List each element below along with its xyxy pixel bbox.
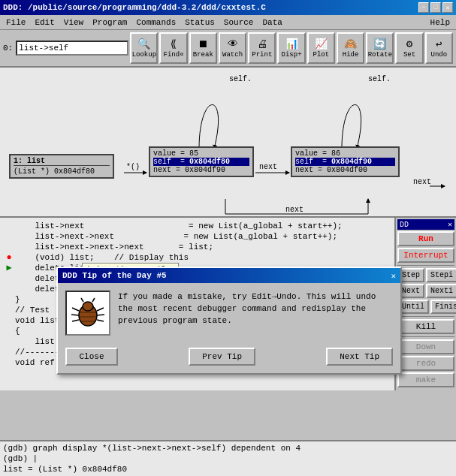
graph-arrows: self. self. *() next next next bbox=[0, 68, 456, 216]
menu-data[interactable]: Data bbox=[258, 17, 286, 29]
lookup-button[interactable]: 🔍 Lookup bbox=[130, 32, 158, 64]
dialog-message: If you made a mistake, try Edit→Undo. Th… bbox=[118, 291, 393, 327]
next-tip-button[interactable]: Next Tip bbox=[326, 348, 393, 366]
next-row: Next Nexti bbox=[397, 284, 454, 298]
close-button[interactable]: ✕ bbox=[442, 2, 453, 13]
svg-point-13 bbox=[83, 302, 93, 311]
current-line-icon: ▶ bbox=[6, 263, 11, 273]
svg-text:self.: self. bbox=[229, 75, 252, 83]
window-title: DDD: /public/source/programming/ddd-3.2/… bbox=[3, 3, 266, 12]
panel-separator-2 bbox=[397, 316, 454, 317]
prev-tip-button[interactable]: Prev Tip bbox=[189, 348, 255, 366]
rotate-button[interactable]: 🔄 Rotate bbox=[366, 32, 394, 64]
set-icon: ⚙ bbox=[406, 38, 412, 50]
break-button[interactable]: ⏹ Break bbox=[189, 32, 217, 64]
menu-view[interactable]: View bbox=[59, 17, 88, 29]
nexti-button[interactable]: Nexti bbox=[426, 284, 456, 298]
kill-button[interactable]: Kill bbox=[397, 319, 454, 334]
set-button[interactable]: ⚙ Set bbox=[395, 32, 423, 64]
status-line-2: (gdb) | bbox=[3, 453, 453, 464]
dialog-buttons: Close Prev Tip Next Tip bbox=[58, 343, 400, 373]
disp-button[interactable]: 📊 Disp+ bbox=[277, 32, 305, 64]
panel-separator bbox=[397, 265, 454, 266]
status-line-3: list = (List *) 0x804df80 bbox=[3, 464, 453, 474]
title-bar: DDD: /public/source/programming/ddd-3.2/… bbox=[0, 0, 456, 15]
right-panel: DD ✕ Run Interrupt Step Stepi Next Nexti… bbox=[396, 218, 456, 390]
plot-button[interactable]: 📈 Plot bbox=[307, 32, 335, 64]
node2-next: next = 0x804df90 bbox=[153, 166, 249, 174]
undo-button[interactable]: ↩ Undo bbox=[425, 32, 453, 64]
code-line-stop: ● (void) list; // Display this bbox=[3, 252, 391, 263]
lookup-label: Lookup bbox=[132, 51, 156, 59]
arrow-gutter: ▶ bbox=[3, 263, 15, 273]
stop-gutter: ● bbox=[3, 252, 15, 263]
dialog-close-icon[interactable]: ✕ bbox=[391, 271, 396, 281]
menu-help[interactable]: Help bbox=[426, 17, 454, 29]
find-icon: ⟪ bbox=[171, 38, 177, 50]
svg-line-18 bbox=[97, 315, 104, 315]
make-button[interactable]: make bbox=[397, 372, 454, 387]
interrupt-button[interactable]: Interrupt bbox=[397, 248, 454, 263]
close-dialog-button[interactable]: Close bbox=[65, 348, 118, 366]
graph-area[interactable]: self. self. *() next next next 1: list (… bbox=[0, 68, 456, 218]
svg-text:next: next bbox=[285, 206, 303, 214]
svg-text:*(): *() bbox=[126, 163, 140, 171]
node1-title: 1: list bbox=[14, 157, 110, 166]
stepi-button[interactable]: Stepi bbox=[426, 268, 456, 282]
finish-button[interactable]: Finish bbox=[430, 300, 456, 314]
code-line: list->next = new List(a_global + start++… bbox=[3, 221, 391, 231]
svg-text:self.: self. bbox=[368, 75, 391, 83]
menu-source[interactable]: Source bbox=[219, 17, 258, 29]
right-panel-label: DD bbox=[400, 221, 409, 229]
hide-button[interactable]: 🙈 Hide bbox=[337, 32, 364, 64]
command-input[interactable] bbox=[16, 41, 128, 56]
watch-label: Watch bbox=[222, 51, 243, 59]
disp-label: Disp+ bbox=[282, 51, 302, 59]
until-button[interactable]: Until bbox=[397, 300, 429, 314]
menu-bar: File Edit View Program Commands Status S… bbox=[0, 15, 456, 30]
toolbar: 0: 🔍 Lookup ⟪ Find« ⏹ Break 👁 Watch 🖨 Pr… bbox=[0, 30, 456, 68]
menu-edit[interactable]: Edit bbox=[30, 17, 59, 29]
panel-separator-3 bbox=[397, 336, 454, 337]
right-panel-title: DD ✕ bbox=[397, 219, 454, 230]
code-line: list->next->next = new List(a_global + s… bbox=[3, 231, 391, 242]
plot-icon: 📈 bbox=[315, 38, 328, 50]
lookup-icon: 🔍 bbox=[137, 38, 150, 50]
run-button[interactable]: Run bbox=[397, 231, 454, 246]
print-button[interactable]: 🖨 Print bbox=[248, 32, 276, 64]
undo-icon: ↩ bbox=[436, 38, 442, 50]
code-line: list->next->next->next = list; bbox=[3, 242, 391, 252]
redo-button[interactable]: redo bbox=[397, 356, 454, 371]
graph-node-1[interactable]: 1: list (List *) 0x804df80 bbox=[9, 154, 114, 179]
menu-program[interactable]: Program bbox=[88, 17, 131, 29]
svg-line-15 bbox=[71, 315, 79, 315]
menu-file[interactable]: File bbox=[2, 17, 30, 29]
input-label: 0: bbox=[3, 44, 13, 53]
command-input-group: 0: bbox=[3, 41, 128, 56]
dialog-bug-icon bbox=[65, 291, 110, 336]
status-line-1: (gdb) graph display *(list->next->next->… bbox=[3, 443, 453, 453]
svg-text:next: next bbox=[413, 178, 431, 186]
find-button[interactable]: ⟪ Find« bbox=[159, 32, 187, 64]
hide-icon: 🙈 bbox=[344, 38, 357, 50]
svg-line-20 bbox=[81, 298, 83, 302]
watch-button[interactable]: 👁 Watch bbox=[219, 32, 246, 64]
graph-node-2[interactable]: value = 85 self = 0x804df80 next = 0x804… bbox=[149, 146, 254, 177]
break-label: Break bbox=[193, 51, 213, 59]
dialog-title-bar: DDD Tip of the Day #5 ✕ bbox=[58, 268, 400, 283]
plot-label: Plot bbox=[313, 51, 330, 59]
undo-label: Undo bbox=[431, 51, 448, 59]
node1-subtitle: (List *) 0x804df80 bbox=[14, 167, 110, 176]
minimize-button[interactable]: − bbox=[418, 2, 429, 13]
svg-line-14 bbox=[72, 308, 79, 311]
tip-dialog: DDD Tip of the Day #5 ✕ If yo bbox=[56, 267, 402, 375]
menu-status[interactable]: Status bbox=[180, 17, 219, 29]
dialog-body: If you made a mistake, try Edit→Undo. Th… bbox=[58, 283, 400, 343]
right-panel-close[interactable]: ✕ bbox=[448, 220, 452, 229]
bug-svg bbox=[69, 294, 107, 332]
graph-node-3[interactable]: value = 86 self = 0x804df90 next = 0x804… bbox=[291, 146, 400, 177]
menu-commands[interactable]: Commands bbox=[131, 17, 180, 29]
down-button[interactable]: Down bbox=[397, 339, 454, 354]
maximize-button[interactable]: □ bbox=[430, 2, 441, 13]
svg-text:next: next bbox=[259, 163, 277, 171]
